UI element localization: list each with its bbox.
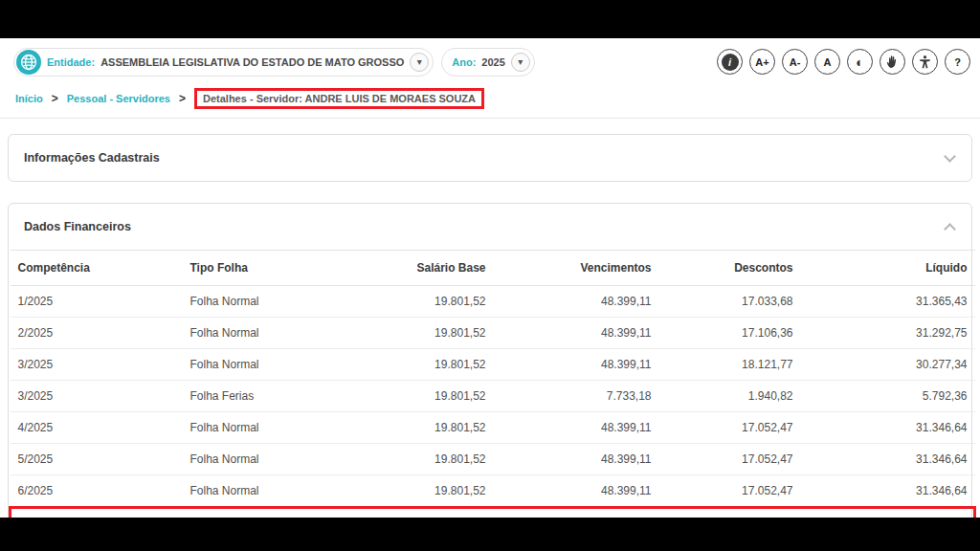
table-cell: 31.346,64 <box>801 444 975 475</box>
header-bar: Entidade: ASSEMBLEIA LEGISLATIVA DO ESTA… <box>0 38 980 80</box>
column-header: Líquido <box>801 251 975 286</box>
entity-label: Entidade: <box>47 56 95 68</box>
column-header: Descontos <box>659 251 801 286</box>
chevron-right-icon: > <box>179 92 186 105</box>
font-increase-button[interactable]: A+ <box>749 49 775 75</box>
entity-value: ASSEMBLEIA LEGISLATIVA DO ESTADO DE MATO… <box>100 56 404 68</box>
info-button[interactable]: i <box>717 49 743 75</box>
accessibility-toolbar: i A+ A- A ◐ <box>717 49 972 75</box>
breadcrumb: Início > Pessoal - Servidores > Detalhes… <box>0 80 980 118</box>
year-label: Ano: <box>452 56 476 68</box>
table-cell: 48.399,11 <box>494 349 659 381</box>
table-cell: 3/2025 <box>11 381 183 412</box>
collapse-section-button[interactable] <box>939 216 960 237</box>
table-cell: 30.277,34 <box>801 349 975 381</box>
breadcrumb-pessoal-servidores[interactable]: Pessoal - Servidores <box>67 93 170 104</box>
entity-selector[interactable]: Entidade: ASSEMBLEIA LEGISLATIVA DO ESTA… <box>13 48 434 77</box>
table-cell: 19.801,52 <box>326 412 494 444</box>
column-header: Tipo Folha <box>183 251 326 286</box>
table-row: 3/2025Folha Normal19.801,5248.399,1118.1… <box>11 349 975 381</box>
font-reset-button[interactable]: A <box>814 49 840 75</box>
table-cell: 48.399,11 <box>494 286 659 318</box>
year-dropdown-button[interactable]: ▾ <box>511 53 530 72</box>
table-cell: 19.801,52 <box>326 318 494 349</box>
table-row: 3/2025Folha Ferias19.801,527.733,181.940… <box>11 381 975 412</box>
expand-section-button[interactable] <box>939 147 960 168</box>
table-cell: 48.399,11 <box>494 412 659 444</box>
column-header: Competência <box>11 251 183 286</box>
informacoes-cadastrais-header[interactable]: Informações Cadastrais <box>9 135 971 181</box>
table-cell: 4/2025 <box>11 412 183 444</box>
section-informacoes-cadastrais: Informações Cadastrais <box>8 134 972 182</box>
section-title: Dados Financeiros <box>24 220 131 233</box>
table-row: 1/2025Folha Normal19.801,5248.399,1117.0… <box>11 286 975 318</box>
dados-financeiros-header[interactable]: Dados Financeiros <box>9 204 971 250</box>
table-cell: 19.801,52 <box>326 444 494 475</box>
section-title: Informações Cadastrais <box>24 151 160 165</box>
table-cell: 19.801,52 <box>326 286 494 318</box>
table-cell: 17.033,68 <box>659 286 801 318</box>
section-dados-financeiros: Dados Financeiros CompetênciaTipo FolhaS… <box>8 203 972 543</box>
table-cell: 1.940,82 <box>659 381 801 412</box>
font-decrease-button[interactable]: A- <box>782 49 808 75</box>
column-header: Salário Base <box>326 251 494 286</box>
table-cell: 31.292,75 <box>801 318 975 349</box>
transparency-portal-page: Entidade: ASSEMBLEIA LEGISLATIVA DO ESTA… <box>0 0 980 551</box>
finance-table-body: 1/2025Folha Normal19.801,5248.399,1117.0… <box>11 286 975 541</box>
globe-icon <box>16 50 41 75</box>
table-cell: 31.365,43 <box>801 286 975 318</box>
chevron-up-icon <box>944 223 956 235</box>
table-row: 6/2025Folha Normal19.801,5248.399,1117.0… <box>11 475 975 508</box>
contrast-button[interactable]: ◐ <box>847 49 873 75</box>
finance-table: CompetênciaTipo FolhaSalário BaseVencime… <box>9 250 976 542</box>
table-cell: 6/2025 <box>11 475 183 508</box>
table-cell: Folha Ferias <box>183 381 326 412</box>
table-cell: 19.801,52 <box>326 475 494 508</box>
table-cell: 5.792,36 <box>801 381 975 412</box>
table-cell: Folha Normal <box>183 475 326 508</box>
chevron-down-icon <box>944 150 956 163</box>
table-cell: Folha Normal <box>183 412 326 444</box>
year-selector[interactable]: Ano: 2025 ▾ <box>441 48 535 77</box>
table-cell: 17.052,47 <box>659 475 801 508</box>
table-cell: Folha Normal <box>183 444 326 475</box>
table-cell: 2/2025 <box>11 318 183 349</box>
libras-hand-icon <box>885 55 900 69</box>
entity-dropdown-button[interactable]: ▾ <box>410 53 429 72</box>
table-cell: Folha Normal <box>183 286 326 318</box>
top-letterbox <box>0 0 980 38</box>
table-cell: 19.801,52 <box>326 381 494 412</box>
table-cell: 3/2025 <box>11 349 183 381</box>
page-content: Entidade: ASSEMBLEIA LEGISLATIVA DO ESTA… <box>0 38 980 518</box>
table-cell: 18.121,77 <box>659 349 801 381</box>
chevron-down-icon: ▾ <box>417 57 422 67</box>
table-cell: 1/2025 <box>11 286 183 318</box>
table-cell: 48.399,11 <box>494 475 659 508</box>
year-value: 2025 <box>481 56 504 68</box>
help-button[interactable]: ? <box>945 49 970 75</box>
chevron-right-icon: > <box>52 92 58 105</box>
table-cell: 19.801,52 <box>326 349 494 381</box>
table-cell: 5/2025 <box>11 444 183 475</box>
breadcrumb-current-annotated: Detalhes - Servidor: ANDRE LUIS DE MORAE… <box>194 88 484 109</box>
info-icon: i <box>722 54 739 71</box>
bottom-letterbox <box>0 518 980 551</box>
contrast-icon: ◐ <box>856 55 863 69</box>
table-cell: 31.346,64 <box>801 475 975 508</box>
table-cell: 48.399,11 <box>494 444 659 475</box>
table-cell: 17.052,47 <box>659 412 801 444</box>
column-header: Vencimentos <box>494 251 659 286</box>
accessibility-button[interactable] <box>912 49 938 75</box>
table-cell: 7.733,18 <box>494 381 659 412</box>
header-divider <box>0 118 980 119</box>
libras-button[interactable] <box>880 49 905 75</box>
table-cell: 31.346,64 <box>801 412 975 444</box>
accessibility-person-icon <box>918 55 932 69</box>
table-cell: Folha Normal <box>183 349 326 381</box>
table-cell: Folha Normal <box>183 318 326 349</box>
breadcrumb-inicio[interactable]: Início <box>15 93 43 104</box>
table-cell: 17.052,47 <box>659 444 801 475</box>
table-cell: 17.106,36 <box>659 318 801 349</box>
table-row: 4/2025Folha Normal19.801,5248.399,1117.0… <box>11 412 975 444</box>
table-cell: 48.399,11 <box>494 318 659 349</box>
